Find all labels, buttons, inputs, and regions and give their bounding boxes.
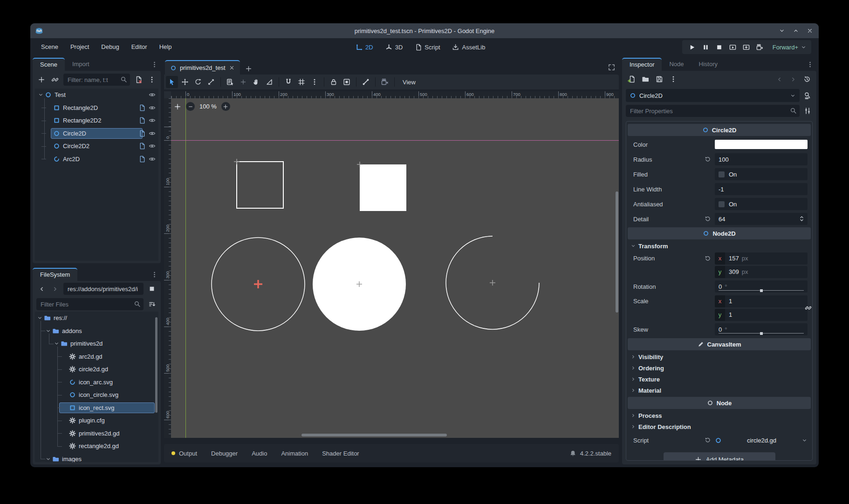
new-scene-tab-button[interactable]	[243, 62, 255, 75]
attached-script-icon[interactable]	[138, 143, 145, 150]
grid-snap-toggle-icon[interactable]	[295, 76, 308, 88]
movie-maker-button[interactable]	[754, 41, 766, 53]
skeleton-options-icon[interactable]	[360, 76, 372, 88]
attached-script-icon[interactable]	[138, 117, 145, 124]
property-filter-input[interactable]	[626, 105, 800, 117]
nav-forward-button[interactable]	[50, 284, 60, 294]
tab-node[interactable]: Node	[662, 58, 691, 71]
menu-debug[interactable]: Debug	[95, 38, 125, 56]
new-resource-button[interactable]	[626, 74, 637, 84]
group-editor-description[interactable]: Editor Description	[628, 421, 811, 432]
script-field[interactable]: circle2d.gd	[715, 437, 808, 444]
scene-node-test[interactable]: Test	[35, 89, 158, 102]
load-resource-button[interactable]	[640, 74, 650, 84]
play-scene-button[interactable]	[727, 41, 739, 53]
checkbox[interactable]	[719, 171, 725, 177]
file-filter-input[interactable]	[36, 298, 144, 310]
tree-chevron-icon[interactable]	[45, 328, 51, 334]
tab-filesystem[interactable]: FileSystem	[33, 268, 77, 281]
scene-dock-menu-icon[interactable]	[147, 75, 157, 85]
nav-back-button[interactable]	[36, 284, 47, 294]
visibility-eye-icon[interactable]	[149, 117, 156, 124]
object-selector[interactable]: Circle2D	[626, 89, 800, 102]
toggle-split-mode-icon[interactable]	[147, 284, 157, 294]
tree-chevron-icon[interactable]	[38, 92, 44, 98]
pause-button[interactable]	[700, 41, 712, 53]
canvas[interactable]: 100 %	[171, 98, 619, 438]
workspace-3d[interactable]: 3D	[383, 44, 406, 51]
minimize-icon[interactable]	[779, 27, 785, 34]
visibility-eye-icon[interactable]	[149, 104, 156, 111]
visibility-eye-icon[interactable]	[149, 130, 156, 137]
scene-node-circle2d2[interactable]: Circle2D2	[35, 140, 158, 153]
file-primitives2d-gd[interactable]: primitives2d.gd	[35, 427, 158, 440]
tab-history[interactable]: History	[692, 58, 725, 71]
maximize-icon[interactable]	[793, 27, 799, 34]
save-resource-button[interactable]	[654, 74, 664, 84]
canvas-v-scrollbar[interactable]	[616, 191, 618, 313]
revert-icon[interactable]	[705, 156, 711, 163]
link-scale-icon[interactable]	[805, 305, 812, 312]
group-ordering[interactable]: Ordering	[628, 362, 811, 374]
center-view-icon[interactable]	[174, 103, 181, 110]
file-images[interactable]: images	[35, 453, 158, 463]
bottom-tab-output[interactable]: Output	[171, 450, 197, 457]
move-tool-icon[interactable]	[179, 76, 191, 88]
close-icon[interactable]	[807, 27, 813, 34]
group-process[interactable]: Process	[628, 410, 811, 421]
menu-help[interactable]: Help	[153, 38, 178, 56]
tree-chevron-icon[interactable]	[54, 341, 60, 347]
value-field[interactable]: 100	[715, 153, 808, 165]
stop-button[interactable]	[714, 41, 725, 53]
list-select-tool-icon[interactable]	[224, 76, 236, 88]
menu-editor[interactable]: Editor	[125, 38, 153, 56]
file-circle2d-gd[interactable]: circle2d.gd	[35, 363, 158, 376]
play-custom-scene-button[interactable]	[741, 41, 752, 53]
zoom-out-button[interactable]	[186, 102, 195, 111]
scene-node-rectangle2d[interactable]: Rectangle2D	[35, 102, 158, 115]
group-node-icon[interactable]	[341, 76, 353, 88]
group-visibility[interactable]: Visibility	[628, 351, 811, 362]
value-field[interactable]: 64	[715, 213, 808, 225]
revert-icon[interactable]	[705, 437, 711, 443]
open-docs-icon[interactable]	[802, 90, 813, 101]
current-path-field[interactable]	[63, 283, 144, 295]
tree-scrollbar[interactable]	[155, 317, 157, 413]
close-tab-icon[interactable]	[229, 65, 235, 71]
menu-project[interactable]: Project	[64, 38, 95, 56]
checkbox[interactable]	[719, 201, 725, 207]
attached-script-icon[interactable]	[138, 156, 145, 163]
tab-import[interactable]: Import	[65, 58, 97, 71]
bottom-tab-debugger[interactable]: Debugger	[211, 450, 238, 457]
file-icon-rect-svg[interactable]: icon_rect.svg	[35, 402, 158, 415]
workspace-assetlib[interactable]: AssetLib	[450, 44, 488, 51]
bottom-tab-animation[interactable]: Animation	[281, 450, 308, 457]
expand-viewport-icon[interactable]	[608, 64, 615, 71]
tab-scene[interactable]: Scene	[33, 58, 65, 71]
property-tools-icon[interactable]	[802, 106, 813, 116]
group-material[interactable]: Material	[628, 385, 811, 396]
scene-node-rectangle2d2[interactable]: Rectangle2D2	[35, 114, 158, 127]
tree-chevron-icon[interactable]	[37, 315, 43, 321]
file-primitives2d[interactable]: primitives2d	[35, 337, 158, 350]
select-tool-icon[interactable]	[166, 76, 178, 88]
color-swatch[interactable]	[715, 140, 808, 149]
bottom-tab-audio[interactable]: Audio	[252, 450, 267, 457]
file-arc2d-gd[interactable]: arc2d.gd	[35, 350, 158, 363]
resource-options-icon[interactable]	[668, 74, 678, 84]
bottom-tab-shader-editor[interactable]: Shader Editor	[322, 450, 359, 457]
canvas-h-scrollbar[interactable]	[301, 434, 447, 436]
color-field[interactable]	[715, 138, 808, 150]
renderer-selector[interactable]: Forward+	[773, 44, 807, 51]
scene-node-circle2d[interactable]: Circle2D	[35, 127, 158, 140]
workspace-2d[interactable]: 2D	[353, 44, 376, 51]
edit-history-icon[interactable]	[802, 74, 812, 84]
attached-script-icon[interactable]	[138, 130, 145, 137]
file-addons[interactable]: addons	[35, 325, 158, 338]
add-node-button[interactable]	[36, 75, 47, 85]
bell-icon[interactable]	[569, 450, 576, 457]
history-forward-icon[interactable]	[788, 74, 798, 84]
position-y-field[interactable]: y309px	[715, 266, 808, 278]
visibility-eye-icon[interactable]	[149, 91, 156, 98]
rectangle2d-outline[interactable]	[237, 162, 283, 208]
